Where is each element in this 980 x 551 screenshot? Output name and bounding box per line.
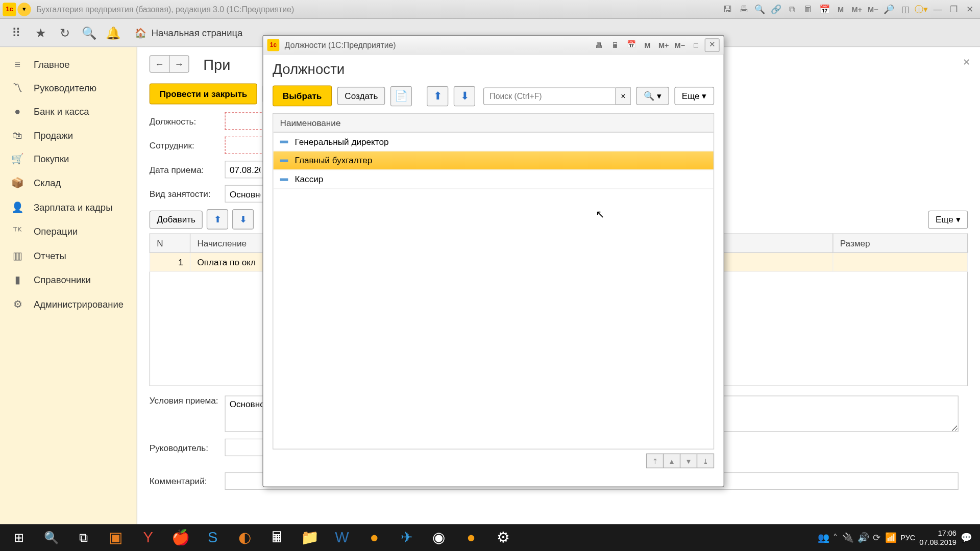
search-input[interactable] [483,87,616,105]
sidebar-item-directories[interactable]: ▮Справочники [0,268,137,292]
m-icon[interactable]: M [834,2,848,16]
tray-notifications-icon[interactable]: 💬 [961,532,972,543]
zoom-icon[interactable]: 🔎 [881,2,896,16]
calendar-icon[interactable]: 📅 [817,2,832,16]
date-input[interactable] [225,161,265,178]
notifications-icon[interactable]: 🔔 [102,22,124,43]
sidebar-item-admin[interactable]: ⚙Администрирование [0,292,137,316]
list-column-header[interactable]: Наименование [273,114,713,133]
app-tomato-icon[interactable]: 🍎 [164,524,197,551]
more-button-table[interactable]: Еще ▾ [928,210,968,229]
dialog-1c-icon: 1c [267,39,280,51]
search-clear-button[interactable]: × [616,87,631,105]
tray-wifi-icon[interactable]: 📶 [885,532,896,543]
dialog-more-button[interactable]: Еще ▾ [674,87,714,105]
print-icon[interactable]: 🖶 [737,2,751,16]
list-item[interactable]: Генеральный директор [273,133,713,152]
preview-icon[interactable]: 🔍 [752,2,767,16]
mminus-icon[interactable]: M− [866,2,880,16]
dialog-m[interactable]: M [640,38,655,52]
nav-down-button[interactable]: ▼ [680,454,697,468]
dialog-mminus[interactable]: M− [672,38,687,52]
favorite-icon[interactable]: ★ [30,22,51,43]
app-1c-2-icon[interactable]: ● [455,524,487,551]
tray-lang[interactable]: РУС [900,534,915,542]
dialog-mplus[interactable]: M+ [656,38,671,52]
tray-sync-icon[interactable]: ⟳ [873,532,881,543]
compare-icon[interactable]: ⧉ [785,2,800,16]
sidebar-item-manager[interactable]: 〽Руководителю [0,76,137,99]
app-settings-icon[interactable]: ⚙ [487,524,520,551]
app-firefox-icon[interactable]: ◐ [229,524,261,551]
sidebar-item-main[interactable]: ≡Главное [0,53,137,76]
taskview-icon[interactable]: ⧉ [67,524,100,551]
create-button[interactable]: Создать [337,87,385,105]
sidebar-item-bank[interactable]: ●Банк и касса [0,99,137,123]
sidebar-item-label: Склад [34,178,61,188]
apps-grid-icon[interactable]: ⠿ [6,22,27,43]
list-down-button[interactable]: ⬇ [454,86,475,106]
tray-volume-icon[interactable]: 🔊 [857,532,869,543]
sidebar-item-sales[interactable]: 🛍Продажи [0,123,137,146]
tray-clock[interactable]: 17:06 07.08.2019 [919,528,957,547]
tray-power-icon[interactable]: 🔌 [842,532,853,543]
minimize-icon[interactable]: — [930,2,945,16]
sidebar-item-reports[interactable]: ▥Отчеты [0,243,137,267]
list-item[interactable]: Главный бухгалтер [273,152,713,170]
app-explorer-icon[interactable]: 📁 [293,524,326,551]
app-yandex-icon[interactable]: Y [132,524,164,551]
breadcrumb[interactable]: 🏠 Начальная страница [127,27,251,38]
sidebar-item-hr[interactable]: 👤Зарплата и кадры [0,195,137,219]
nav-forward-button[interactable]: → [169,55,189,72]
nav-last-button[interactable]: ⤓ [697,454,714,468]
dropdown-round-icon[interactable]: ▾ [17,3,31,16]
sidebar-item-purchases[interactable]: 🛒Покупки [0,146,137,170]
sidebar-item-warehouse[interactable]: 📦Склад [0,171,137,195]
app-powerpoint-icon[interactable]: ▣ [100,524,132,551]
position-input[interactable] [225,112,265,130]
app-skype-icon[interactable]: S [197,524,229,551]
search-icon[interactable]: 🔍 [78,22,100,43]
dialog-print-icon[interactable]: 🖶 [592,38,606,52]
tray-up-icon[interactable]: ˄ [833,532,838,543]
info-icon[interactable]: ⓘ▾ [914,2,929,16]
save-close-button[interactable]: Провести и закрыть [150,84,257,105]
maximize-icon[interactable]: ❐ [946,2,961,16]
start-button[interactable]: ⊞ [3,524,35,551]
panels-icon[interactable]: ◫ [898,2,913,16]
dialog-close-icon[interactable]: ✕ [705,38,720,52]
search-go-button[interactable]: 🔍 ▾ [636,87,669,105]
manager-input[interactable] [225,439,265,456]
history-icon[interactable]: ↻ [54,22,75,43]
calc-icon[interactable]: 🖩 [801,2,816,16]
sidebar-item-operations[interactable]: ᵀᴷОперации [0,219,137,243]
close-tab-icon[interactable]: ✕ [963,57,971,67]
app-chrome-icon[interactable]: ◉ [423,524,455,551]
link-icon[interactable]: 🔗 [769,2,783,16]
copy-button[interactable]: 📄 [390,86,412,106]
close-icon[interactable]: ✕ [963,2,977,16]
nav-first-button[interactable]: ⤒ [646,454,664,468]
move-up-button[interactable]: ⬆ [207,209,228,230]
dialog-calc-icon[interactable]: 🖩 [608,38,623,52]
dialog-cal-icon[interactable]: 📅 [624,38,639,52]
people-icon[interactable]: 👥 [818,532,829,543]
list-up-button[interactable]: ⬆ [427,86,449,106]
search-task-icon[interactable]: 🔍 [35,524,67,551]
move-down-button[interactable]: ⬇ [233,209,254,230]
app-1c-orange-icon[interactable]: ● [358,524,390,551]
list-item[interactable]: Кассир [273,170,713,189]
select-button[interactable]: Выбрать [273,85,332,106]
employee-input[interactable] [225,137,265,154]
app-calc-icon[interactable]: 🖩 [261,524,293,551]
chart-icon: 〽 [11,82,24,93]
app-word-icon[interactable]: W [326,524,358,551]
nav-back-button[interactable]: ← [150,55,170,72]
emptype-input[interactable] [225,185,265,203]
app-telegram-icon[interactable]: ✈ [390,524,423,551]
dialog-maximize-icon[interactable]: □ [689,38,703,52]
mplus-icon[interactable]: M+ [849,2,864,16]
save-icon[interactable]: 🖫 [720,2,735,16]
add-button[interactable]: Добавить [150,210,203,229]
nav-up-button[interactable]: ▲ [663,454,680,468]
